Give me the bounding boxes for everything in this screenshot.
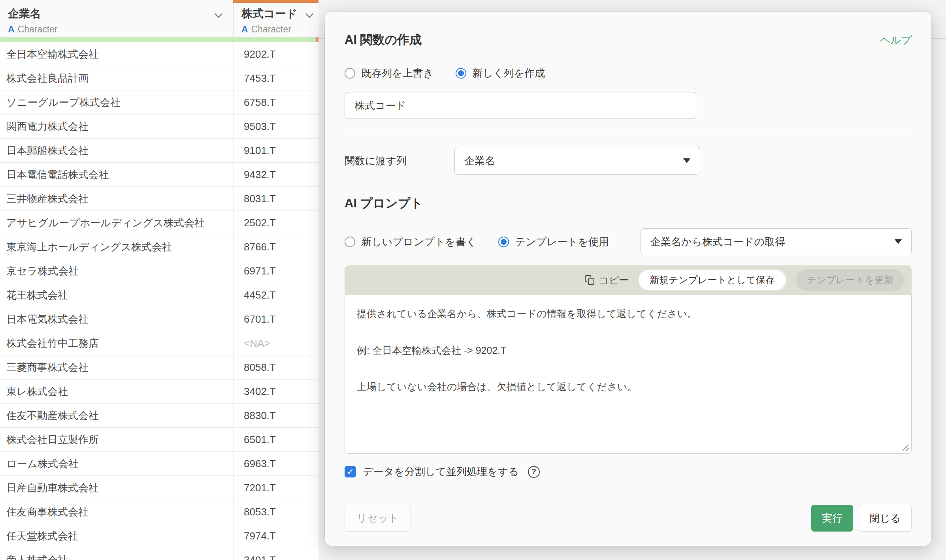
code-cell[interactable]: 6701.T [233, 307, 318, 331]
company-cell[interactable]: 日本電気株式会社 [0, 307, 233, 331]
question-help-icon[interactable]: ? [528, 466, 540, 478]
pass-column-select[interactable]: 企業名 [454, 147, 700, 175]
reset-button[interactable]: リセット [345, 505, 411, 532]
table-row[interactable]: 東レ株式会社3402.T [0, 380, 318, 404]
table-row[interactable]: アサヒグループホールディングス株式会社2502.T [0, 211, 318, 235]
code-cell[interactable]: 6758.T [233, 90, 318, 114]
table-row[interactable]: 全日本空輸株式会社9202.T [0, 42, 318, 66]
code-cell[interactable]: 2502.T [233, 211, 318, 235]
code-cell[interactable]: 7201.T [233, 476, 318, 500]
table-row[interactable]: 日本電気株式会社6701.T [0, 307, 318, 331]
close-button[interactable]: 閉じる [859, 505, 912, 532]
code-cell[interactable]: 6963.T [233, 452, 318, 475]
column-header-company[interactable]: 企業名 ACharacter [0, 0, 233, 37]
copy-label: コピー [599, 274, 629, 287]
table-row[interactable]: 帝人株式会社3401.T [0, 548, 318, 560]
company-cell[interactable]: 京セラ株式会社 [0, 259, 233, 283]
table-row[interactable]: ソニーグループ株式会社6758.T [0, 90, 318, 115]
na-fraction-indicator [316, 37, 318, 42]
code-cell[interactable]: 8058.T [233, 355, 318, 379]
table-row[interactable]: 任天堂株式会社7974.T [0, 524, 318, 548]
section-divider [345, 131, 912, 131]
code-cell[interactable]: 4452.T [233, 283, 318, 307]
parallel-checkbox[interactable] [345, 466, 356, 477]
code-cell[interactable]: 8766.T [233, 235, 318, 259]
company-cell[interactable]: 関西電力株式会社 [0, 115, 233, 138]
code-cell[interactable]: 7453.T [233, 66, 318, 90]
code-cell[interactable]: 9101.T [233, 139, 318, 162]
table-row[interactable]: 東京海上ホールディングス株式会社8766.T [0, 235, 318, 259]
table-row[interactable]: 三井物産株式会社8031.T [0, 187, 318, 211]
table-row[interactable]: 三菱商事株式会社8058.T [0, 355, 318, 380]
prompt-textarea[interactable]: 提供されている企業名から、株式コードの情報を取得して返してください。 例: 全日… [345, 295, 912, 454]
company-cell[interactable]: 花王株式会社 [0, 283, 233, 307]
company-cell[interactable]: 株式会社竹中工務店 [0, 331, 233, 355]
company-cell[interactable]: 日本郵船株式会社 [0, 139, 233, 162]
radio-create-new-column[interactable]: 新しく列を作成 [456, 66, 545, 80]
data-table: 企業名 ACharacter 株式コード ACharacter 全日本空輸株式会… [0, 0, 318, 560]
table-row[interactable]: 京セラ株式会社6971.T [0, 259, 318, 283]
company-cell[interactable]: 住友商事株式会社 [0, 500, 233, 524]
company-cell[interactable]: 三井物産株式会社 [0, 187, 233, 210]
save-as-template-button[interactable]: 新規テンプレートとして保存 [638, 269, 786, 291]
help-link[interactable]: ヘルプ [880, 33, 912, 47]
table-row[interactable]: 関西電力株式会社9503.T [0, 115, 318, 139]
run-button[interactable]: 実行 [811, 505, 853, 532]
company-cell[interactable]: 三菱商事株式会社 [0, 355, 233, 379]
radio-use-template[interactable]: テンプレートを使用 [498, 235, 609, 249]
column-header-stock-code[interactable]: 株式コード ACharacter [233, 0, 318, 37]
company-cell[interactable]: 帝人株式会社 [0, 548, 233, 560]
template-select[interactable]: 企業名から株式コードの取得 [641, 228, 912, 255]
radio-label: 新しいプロンプトを書く [361, 235, 476, 249]
new-column-name-input[interactable] [345, 92, 696, 119]
company-cell[interactable]: ローム株式会社 [0, 452, 233, 475]
radio-icon [498, 237, 509, 247]
table-row[interactable]: 日本電信電話株式会社9432.T [0, 163, 318, 187]
table-row[interactable]: ローム株式会社6963.T [0, 452, 318, 476]
table-row[interactable]: 住友商事株式会社8053.T [0, 500, 318, 524]
radio-write-new-prompt[interactable]: 新しいプロンプトを書く [345, 235, 476, 249]
company-cell[interactable]: 全日本空輸株式会社 [0, 42, 233, 66]
radio-icon [456, 68, 466, 79]
column-type-label: Character [251, 24, 291, 34]
code-cell[interactable]: 7974.T [233, 524, 318, 548]
column-type: ACharacter [241, 24, 318, 35]
code-cell[interactable]: <NA> [233, 331, 318, 355]
code-cell[interactable]: 8031.T [233, 187, 318, 210]
code-cell[interactable]: 3401.T [233, 548, 318, 560]
table-row[interactable]: 株式会社日立製作所6501.T [0, 428, 318, 452]
company-cell[interactable]: 任天堂株式会社 [0, 524, 233, 548]
company-cell[interactable]: 日本電信電話株式会社 [0, 163, 233, 186]
table-row[interactable]: 日産自動車株式会社7201.T [0, 476, 318, 500]
dialog-header: AI 関数の作成 ヘルプ [345, 32, 912, 48]
table-header-row: 企業名 ACharacter 株式コード ACharacter [0, 0, 318, 37]
company-cell[interactable]: 東京海上ホールディングス株式会社 [0, 235, 233, 259]
company-cell[interactable]: アサヒグループホールディングス株式会社 [0, 211, 233, 235]
table-row[interactable]: 住友不動産株式会社8830.T [0, 404, 318, 428]
table-row[interactable]: 株式会社竹中工務店<NA> [0, 331, 318, 355]
code-cell[interactable]: 6971.T [233, 259, 318, 283]
code-cell[interactable]: 8830.T [233, 404, 318, 427]
code-cell[interactable]: 9432.T [233, 163, 318, 186]
resize-handle-icon[interactable] [901, 443, 910, 452]
radio-label: テンプレートを使用 [515, 235, 609, 249]
company-cell[interactable]: ソニーグループ株式会社 [0, 90, 233, 114]
company-cell[interactable]: 株式会社良品計画 [0, 66, 233, 90]
table-row[interactable]: 日本郵船株式会社9101.T [0, 139, 318, 163]
code-cell[interactable]: 8053.T [233, 500, 318, 524]
radio-overwrite-column[interactable]: 既存列を上書き [345, 66, 433, 80]
company-cell[interactable]: 日産自動車株式会社 [0, 476, 233, 500]
table-row[interactable]: 株式会社良品計画7453.T [0, 66, 318, 90]
code-cell[interactable]: 6501.T [233, 428, 318, 451]
column-quality-bar [0, 37, 318, 42]
company-cell[interactable]: 住友不動産株式会社 [0, 404, 233, 427]
code-cell[interactable]: 9503.T [233, 115, 318, 138]
company-cell[interactable]: 東レ株式会社 [0, 380, 233, 403]
dialog-title: AI 関数の作成 [345, 32, 422, 48]
code-cell[interactable]: 3402.T [233, 380, 318, 403]
table-row[interactable]: 花王株式会社4452.T [0, 283, 318, 307]
company-cell[interactable]: 株式会社日立製作所 [0, 428, 233, 451]
code-cell[interactable]: 9202.T [233, 42, 318, 66]
update-template-button[interactable]: テンプレートを更新 [796, 269, 905, 291]
copy-button[interactable]: コピー [584, 274, 629, 287]
